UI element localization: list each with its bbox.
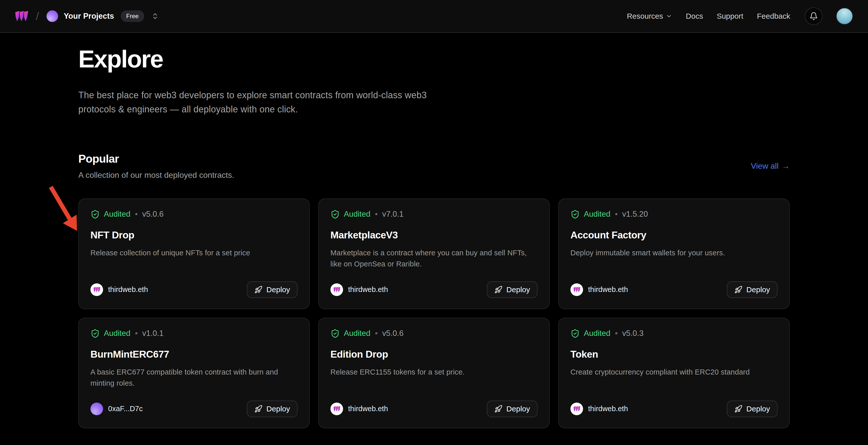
card-footer: thirdweb.eth Deploy bbox=[331, 281, 537, 298]
contract-version: v5.0.3 bbox=[622, 329, 644, 338]
page-subtitle: The best place for web3 developers to ex… bbox=[78, 88, 455, 117]
rocket-icon bbox=[494, 405, 502, 413]
card-footer: thirdweb.eth Deploy bbox=[90, 281, 298, 298]
contract-version: v7.0.1 bbox=[382, 210, 403, 219]
project-avatar bbox=[46, 10, 58, 22]
nav-link-docs[interactable]: Docs bbox=[686, 12, 703, 21]
deploy-button[interactable]: Deploy bbox=[727, 281, 778, 298]
card-footer: thirdweb.eth Deploy bbox=[570, 401, 778, 417]
contract-title: Account Factory bbox=[570, 229, 778, 241]
publisher-avatar-thirdweb bbox=[90, 283, 103, 296]
deploy-button[interactable]: Deploy bbox=[247, 281, 298, 298]
badge-row: Audited • v7.0.1 bbox=[331, 210, 537, 219]
publisher-avatar-thirdweb bbox=[331, 283, 343, 296]
section-subtitle: A collection of our most deployed contra… bbox=[78, 170, 234, 180]
view-all-label: View all bbox=[751, 161, 779, 171]
publisher-name: thirdweb.eth bbox=[588, 405, 628, 413]
dot-separator: • bbox=[615, 210, 618, 219]
contract-card-token[interactable]: Audited • v5.0.3 Token Create cryptocurr… bbox=[558, 318, 790, 428]
contract-description: Deploy immutable smart wallets for your … bbox=[570, 247, 778, 258]
contract-card-nft-drop[interactable]: Audited • v5.0.6 NFT Drop Release collec… bbox=[78, 198, 310, 309]
deploy-button[interactable]: Deploy bbox=[487, 401, 537, 417]
card-footer: thirdweb.eth Deploy bbox=[570, 281, 778, 298]
badge-row: Audited • v1.5.20 bbox=[570, 210, 778, 219]
deploy-label: Deploy bbox=[506, 285, 530, 294]
contract-title: Token bbox=[570, 349, 778, 360]
audited-badge: Audited bbox=[584, 329, 610, 338]
view-all-link[interactable]: View all → bbox=[751, 161, 790, 171]
thirdweb-logo[interactable] bbox=[15, 10, 28, 22]
card-footer: thirdweb.eth Deploy bbox=[331, 401, 537, 417]
contract-version: v5.0.6 bbox=[142, 210, 163, 219]
badge-row: Audited • v5.0.6 bbox=[90, 210, 298, 219]
project-name[interactable]: Your Projects bbox=[64, 11, 114, 21]
chevron-down-icon bbox=[665, 13, 672, 20]
contract-title: NFT Drop bbox=[90, 229, 298, 241]
rocket-icon bbox=[494, 286, 502, 294]
publisher-name: thirdweb.eth bbox=[348, 285, 388, 294]
audited-badge: Audited bbox=[344, 210, 370, 219]
dot-separator: • bbox=[135, 210, 138, 219]
notifications-button[interactable] bbox=[805, 7, 823, 25]
account-avatar[interactable] bbox=[836, 8, 853, 25]
shield-check-icon bbox=[90, 329, 100, 338]
deploy-button[interactable]: Deploy bbox=[247, 401, 298, 417]
section-title: Popular bbox=[78, 152, 234, 165]
popular-section-header: Popular A collection of our most deploye… bbox=[78, 152, 790, 180]
rocket-icon bbox=[254, 405, 262, 413]
nav-link-support[interactable]: Support bbox=[717, 12, 743, 21]
contract-card-account-factory[interactable]: Audited • v1.5.20 Account Factory Deploy… bbox=[558, 198, 790, 309]
contract-title: BurnMintERC677 bbox=[90, 349, 298, 360]
rocket-icon bbox=[734, 286, 742, 294]
contract-title: Edition Drop bbox=[331, 349, 537, 360]
contracts-grid: Audited • v5.0.6 NFT Drop Release collec… bbox=[78, 198, 790, 428]
page-title: Explore bbox=[78, 46, 790, 72]
contract-version: v5.0.6 bbox=[382, 329, 403, 338]
deploy-label: Deploy bbox=[267, 285, 290, 294]
publisher-link[interactable]: thirdweb.eth bbox=[90, 283, 148, 296]
shield-check-icon bbox=[331, 329, 340, 338]
rocket-icon bbox=[254, 286, 262, 294]
dot-separator: • bbox=[615, 329, 618, 338]
publisher-link[interactable]: thirdweb.eth bbox=[331, 283, 388, 296]
publisher-link[interactable]: thirdweb.eth bbox=[331, 403, 388, 415]
nav-link-resources[interactable]: Resources bbox=[627, 12, 672, 21]
deploy-button[interactable]: Deploy bbox=[727, 401, 778, 417]
contract-description: Create cryptocurrency compliant with ERC… bbox=[570, 367, 778, 378]
contract-description: Release ERC1155 tokens for a set price. bbox=[331, 367, 537, 378]
navbar-left: / Your Projects Free bbox=[15, 10, 159, 23]
publisher-name: thirdweb.eth bbox=[348, 405, 388, 413]
nav-link-feedback[interactable]: Feedback bbox=[757, 12, 790, 21]
contract-description: Release collection of unique NFTs for a … bbox=[90, 247, 298, 258]
publisher-link[interactable]: 0xaF...D7c bbox=[90, 403, 143, 415]
contract-description: Marketplace is a contract where you can … bbox=[331, 247, 537, 269]
publisher-name: 0xaF...D7c bbox=[108, 405, 143, 413]
top-navbar: / Your Projects Free Resources Docs Supp… bbox=[0, 0, 868, 33]
contract-card-marketplacev3[interactable]: Audited • v7.0.1 MarketplaceV3 Marketpla… bbox=[318, 198, 550, 309]
deploy-label: Deploy bbox=[267, 405, 290, 413]
publisher-avatar-thirdweb bbox=[331, 403, 343, 415]
nav-link-label: Resources bbox=[627, 12, 663, 21]
navbar-right: Resources Docs Support Feedback bbox=[627, 7, 853, 25]
card-footer: 0xaF...D7c Deploy bbox=[90, 401, 298, 417]
badge-row: Audited • v5.0.6 bbox=[331, 329, 537, 338]
main-content: Explore The best place for web3 develope… bbox=[78, 46, 790, 428]
deploy-button[interactable]: Deploy bbox=[487, 281, 537, 298]
publisher-link[interactable]: thirdweb.eth bbox=[570, 403, 628, 415]
contract-version: v1.5.20 bbox=[622, 210, 648, 219]
contract-card-edition-drop[interactable]: Audited • v5.0.6 Edition Drop Release ER… bbox=[318, 318, 550, 428]
audited-badge: Audited bbox=[104, 210, 130, 219]
contract-card-burnminterc677[interactable]: Audited • v1.0.1 BurnMintERC677 A basic … bbox=[78, 318, 310, 428]
publisher-avatar-thirdweb bbox=[570, 283, 583, 296]
contract-description: A basic ERC677 compatible token contract… bbox=[90, 367, 298, 389]
arrow-right-icon: → bbox=[782, 161, 790, 171]
plan-badge: Free bbox=[121, 10, 144, 22]
audited-badge: Audited bbox=[584, 210, 610, 219]
deploy-label: Deploy bbox=[746, 405, 770, 413]
dot-separator: • bbox=[135, 329, 138, 338]
chevrons-up-down-icon[interactable] bbox=[151, 12, 159, 20]
badge-row: Audited • v1.0.1 bbox=[90, 329, 298, 338]
deploy-label: Deploy bbox=[746, 285, 770, 294]
shield-check-icon bbox=[570, 329, 580, 338]
publisher-link[interactable]: thirdweb.eth bbox=[570, 283, 628, 296]
